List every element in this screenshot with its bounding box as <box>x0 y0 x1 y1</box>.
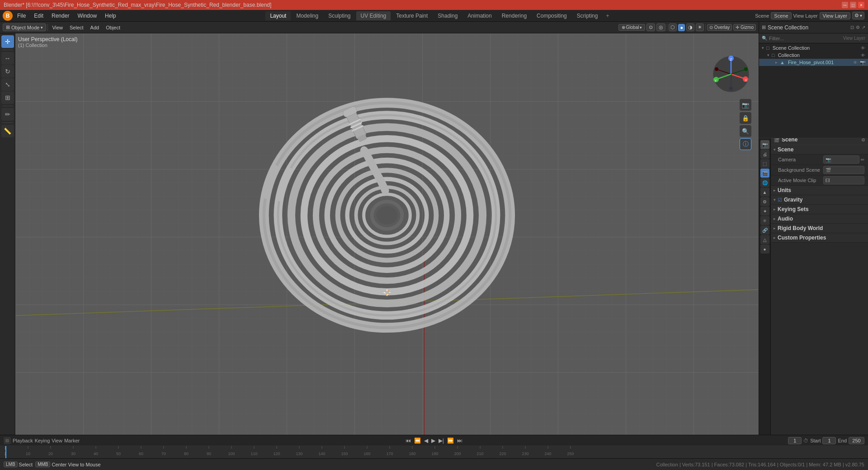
annotate-tool[interactable]: ✏ <box>1 108 14 121</box>
vp-menu-select[interactable]: Select <box>67 23 86 33</box>
view-label[interactable]: View <box>52 438 62 443</box>
tab-rendering-main[interactable]: Rendering <box>497 11 531 20</box>
tab-texture-main[interactable]: Texture Paint <box>392 11 432 20</box>
tab-shading-main[interactable]: Shading <box>433 11 462 20</box>
move-tool[interactable]: ↔ <box>1 52 14 65</box>
active-movie-clip-value[interactable]: 🎞 <box>823 176 864 184</box>
camera-edit-icon[interactable]: ✏ <box>861 157 864 162</box>
section-rigid-body[interactable]: ▸ Rigid Body World <box>771 224 868 233</box>
menu-render[interactable]: Render <box>48 11 73 21</box>
prev-frame-btn[interactable]: ⏪ <box>413 437 422 444</box>
end-frame-input[interactable]: 250 <box>849 437 864 444</box>
vp-menu-add[interactable]: Add <box>88 23 102 33</box>
world-props-icon[interactable]: 🌐 <box>760 178 769 187</box>
lock-camera-btn[interactable]: 🔒 <box>740 112 751 124</box>
minimize-button[interactable]: ─ <box>842 2 848 8</box>
menu-edit[interactable]: Edit <box>30 11 47 21</box>
tab-uv-main[interactable]: UV Editing <box>356 11 391 20</box>
material-btn[interactable]: ◑ <box>686 24 694 31</box>
add-tab-button[interactable]: + <box>603 11 612 20</box>
view-layer-props-icon[interactable]: ⬚ <box>760 159 769 168</box>
menu-file[interactable]: File <box>14 11 29 21</box>
material-props-icon[interactable]: ● <box>760 244 769 254</box>
play-btn[interactable]: ▶ <box>430 437 436 444</box>
playback-label[interactable]: Playback <box>13 438 33 443</box>
scene-panel-settings[interactable]: ⚙ <box>856 25 860 30</box>
constraint-props-icon[interactable]: 🔗 <box>760 226 769 235</box>
section-gravity[interactable]: ▾ ☑ Gravity <box>771 195 868 205</box>
physics-props-icon[interactable]: ⚛ <box>760 216 769 225</box>
transform-tool[interactable]: ⊞ <box>1 91 14 104</box>
scale-tool[interactable]: ⤡ <box>1 78 14 91</box>
marker-label[interactable]: Marker <box>64 438 80 443</box>
visibility-icon-scene[interactable]: 👁 <box>861 46 865 51</box>
scene-props-icon[interactable]: 🎬 <box>760 169 769 178</box>
vp-menu-object[interactable]: Object <box>103 23 123 33</box>
next-frame-btn[interactable]: ⏩ <box>446 437 455 444</box>
fly-mode-btn[interactable]: 🔍 <box>740 125 751 137</box>
section-keying-sets[interactable]: ▸ Keying Sets <box>771 205 868 214</box>
output-props-icon[interactable]: 🖨 <box>760 150 769 159</box>
rendered-btn[interactable]: ☀ <box>696 24 704 31</box>
filter-icon[interactable]: ⊡ <box>850 25 854 30</box>
menu-help[interactable]: Help <box>101 11 120 21</box>
viewport[interactable]: User Perspective (Local) (1) Collection … <box>15 33 759 435</box>
collection-item[interactable]: ▾ □ Collection 👁 <box>759 52 868 59</box>
view-layer-selector[interactable]: View Layer <box>820 12 850 19</box>
scene-search-input[interactable] <box>769 36 841 41</box>
scene-panel-pin[interactable]: ↗ <box>862 25 865 30</box>
close-button[interactable]: × <box>858 2 864 8</box>
step-fwd-btn[interactable]: ▶| <box>438 437 445 444</box>
jump-start-btn[interactable]: ⏮ <box>405 437 412 444</box>
render-props-icon[interactable]: 📷 <box>760 140 769 149</box>
vp-menu-view[interactable]: View <box>49 23 66 33</box>
solid-btn[interactable]: ● <box>678 24 685 31</box>
object-props-icon[interactable]: ▲ <box>760 188 769 197</box>
step-back-btn[interactable]: ◀ <box>423 437 429 444</box>
current-frame-input[interactable]: 1 <box>788 437 802 444</box>
transform-orientation[interactable]: ⊕Global▾ <box>618 24 646 31</box>
data-props-icon[interactable]: △ <box>760 235 769 244</box>
engine-selector[interactable]: ⚙▾ <box>852 12 864 19</box>
section-audio[interactable]: ▸ Audio <box>771 214 868 224</box>
tab-layout-main[interactable]: Layout <box>265 11 291 20</box>
background-scene-value[interactable]: 🎬 <box>823 166 864 174</box>
modifier-props-icon[interactable]: ⚙ <box>760 197 769 206</box>
tab-modeling-main[interactable]: Modeling <box>292 11 323 20</box>
gizmo-btn[interactable]: ✛ Gizmo <box>733 24 756 31</box>
jump-end-btn[interactable]: ⏭ <box>456 437 463 444</box>
keying-label[interactable]: Keying <box>35 438 50 443</box>
maximize-button[interactable]: □ <box>850 2 856 8</box>
tab-sculpting-main[interactable]: Sculpting <box>324 11 355 20</box>
wireframe-btn[interactable]: ⬡ <box>669 24 677 31</box>
camera-value[interactable]: 📷 <box>823 155 859 164</box>
rotate-tool[interactable]: ↻ <box>1 65 14 78</box>
measure-tool[interactable]: 📏 <box>1 125 14 137</box>
menu-window[interactable]: Window <box>74 11 100 21</box>
section-units[interactable]: ▸ Units <box>771 186 868 195</box>
tab-animation-main[interactable]: Animation <box>463 11 496 20</box>
section-custom-props[interactable]: ▸ Custom Properties <box>771 233 868 243</box>
scene-collection-item[interactable]: ▾ □ Scene Collection 👁 <box>759 44 868 52</box>
particle-props-icon[interactable]: ✦ <box>760 207 769 216</box>
timeline-expand[interactable]: ⊟ <box>4 437 11 444</box>
camera-view-btn[interactable]: 📷 <box>740 99 751 111</box>
mode-selector[interactable]: ⊞Object Mode▾ <box>3 24 46 31</box>
cursor-tool[interactable]: ✛ <box>1 35 14 48</box>
tab-scripting-main[interactable]: Scripting <box>572 11 603 20</box>
gravity-check[interactable]: ☑ <box>778 197 782 203</box>
section-scene[interactable]: ▾ Scene <box>771 145 868 155</box>
camera-icon-obj[interactable]: 📷 <box>860 60 865 65</box>
overlay-btn[interactable]: ⊙ Overlay <box>707 24 732 31</box>
visibility-icon-obj[interactable]: 👁 <box>853 60 858 65</box>
snap-button[interactable]: ⊙ <box>646 24 655 31</box>
start-frame-input[interactable]: 1 <box>822 437 836 444</box>
visibility-icon-coll[interactable]: 👁 <box>861 53 865 58</box>
tab-compositing-main[interactable]: Compositing <box>532 11 571 20</box>
proportional-edit[interactable]: ◎ <box>656 24 665 31</box>
view-info-btn[interactable]: ⓘ <box>740 138 751 150</box>
timeline-body[interactable]: 1 10 20 30 40 50 60 70 80 90 100 110 120… <box>0 446 868 459</box>
scene-selector[interactable]: Scene <box>771 12 791 19</box>
navigation-gizmo[interactable]: Z X Y <box>711 54 751 94</box>
firehose-object-item[interactable]: ▸ ▲ Fire_Hose_pivot.001 👁 📷 <box>759 59 868 66</box>
